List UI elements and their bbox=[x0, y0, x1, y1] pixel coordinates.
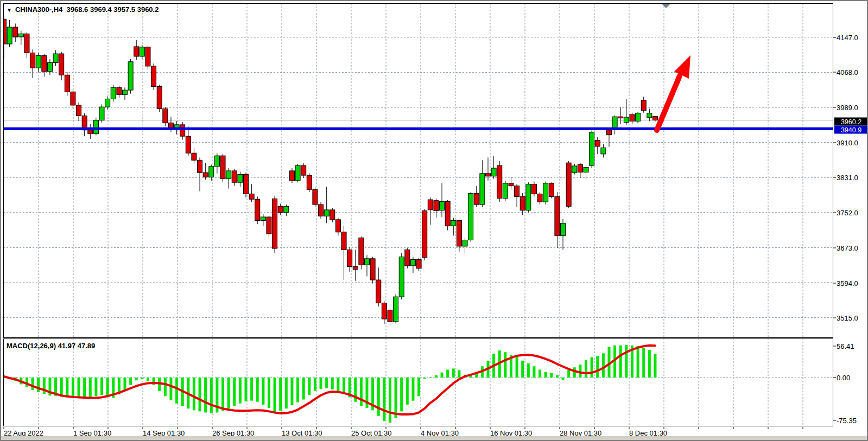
candle-body bbox=[416, 259, 421, 268]
macd-histogram-bar bbox=[210, 378, 213, 413]
candle-body bbox=[590, 132, 594, 165]
macd-histogram-bar bbox=[504, 352, 506, 378]
candle-body bbox=[636, 113, 641, 122]
macd-histogram-bar bbox=[637, 346, 639, 378]
macd-histogram-bar bbox=[429, 378, 432, 378]
candle-body bbox=[232, 171, 237, 182]
candle-body bbox=[584, 167, 588, 172]
candle-body bbox=[249, 194, 254, 199]
price-axis-label: 3831.0 bbox=[837, 174, 858, 182]
chart-title: ▼CHINA300-,H4 3968.6 3969.4 3957.5 3960.… bbox=[7, 5, 159, 14]
macd-histogram-bar bbox=[227, 378, 230, 408]
macd-histogram-bar bbox=[585, 360, 587, 378]
candle-body bbox=[151, 66, 156, 87]
candle-body bbox=[117, 87, 122, 94]
support-line-price-badge: 3940.9 bbox=[834, 126, 868, 134]
candle-body bbox=[93, 120, 98, 134]
candle-body bbox=[2, 19, 7, 44]
candle-body bbox=[434, 201, 439, 211]
macd-histogram-bar bbox=[66, 378, 68, 397]
macd-histogram-bar bbox=[320, 378, 322, 389]
macd-histogram-bar bbox=[123, 378, 126, 390]
candle-body bbox=[24, 34, 29, 53]
macd-axis-label: 56.41 bbox=[837, 342, 854, 350]
macd-histogram-bar bbox=[94, 378, 97, 396]
candle-body bbox=[474, 194, 479, 204]
macd-histogram-bar bbox=[648, 350, 651, 378]
candle-body bbox=[618, 117, 623, 118]
macd-histogram-bar bbox=[302, 378, 305, 400]
macd-histogram-bar bbox=[250, 378, 253, 401]
macd-histogram-bar bbox=[72, 378, 74, 398]
candle-body bbox=[531, 184, 536, 194]
candle-body bbox=[526, 184, 531, 210]
candle-body bbox=[451, 221, 456, 226]
macd-histogram-bar bbox=[31, 378, 34, 390]
macd-histogram-bar bbox=[314, 378, 316, 391]
macd-histogram-bar bbox=[521, 361, 524, 378]
candle-body bbox=[647, 113, 652, 118]
candle-body bbox=[491, 168, 496, 176]
macd-histogram-bar bbox=[337, 378, 339, 391]
candle-body bbox=[601, 148, 606, 154]
price-axis-label: 3989.0 bbox=[837, 104, 858, 112]
candle-body bbox=[497, 165, 502, 199]
candle-body bbox=[71, 92, 75, 105]
candle-body bbox=[520, 196, 525, 210]
candle-body bbox=[485, 174, 490, 176]
macd-histogram-bar bbox=[37, 378, 40, 392]
candle-body bbox=[77, 105, 81, 116]
symbol-dropdown-icon[interactable]: ▼ bbox=[7, 7, 12, 13]
macd-histogram-bar bbox=[417, 378, 420, 396]
macd-histogram-bar bbox=[279, 378, 282, 411]
candle-body bbox=[7, 27, 12, 44]
macd-histogram-bar bbox=[383, 378, 385, 421]
macd-histogram-bar bbox=[441, 373, 443, 378]
macd-histogram-bar bbox=[591, 357, 593, 378]
macd-histogram-bar bbox=[169, 378, 172, 400]
candle-body bbox=[566, 163, 571, 206]
window-bottom-edge bbox=[1, 436, 867, 440]
macd-histogram-bar bbox=[423, 378, 426, 379]
macd-histogram-bar bbox=[550, 373, 553, 378]
macd-histogram-bar bbox=[78, 378, 80, 398]
candle-body bbox=[641, 100, 646, 111]
candle-body bbox=[364, 259, 369, 265]
macd-histogram-bar bbox=[244, 378, 247, 401]
macd-histogram-bar bbox=[562, 378, 565, 380]
candle-body bbox=[47, 62, 52, 71]
candle-body bbox=[111, 87, 116, 99]
price-axis-label: 3752.0 bbox=[837, 209, 858, 217]
candle-body bbox=[220, 156, 225, 179]
candle-body bbox=[319, 204, 324, 216]
macd-indicator-label: MACD(12,26,9) 41.97 47.89 bbox=[7, 342, 95, 350]
macd-histogram-bar bbox=[89, 378, 92, 398]
candle-body bbox=[428, 200, 433, 210]
candle-body bbox=[457, 221, 461, 246]
macd-axis-label: 0.00 bbox=[837, 374, 850, 382]
candle-body bbox=[18, 34, 23, 37]
macd-histogram-bar bbox=[435, 375, 438, 378]
macd-histogram-bar bbox=[100, 378, 103, 395]
candle-body bbox=[128, 62, 133, 90]
candle-body bbox=[284, 206, 289, 212]
candle-body bbox=[388, 310, 392, 322]
price-axis-label: 3910.0 bbox=[837, 139, 858, 147]
macd-histogram-bar bbox=[106, 378, 109, 397]
candle-body bbox=[209, 167, 214, 177]
chart-window: ▼CHINA300-,H4 3968.6 3969.4 3957.5 3960.… bbox=[0, 0, 868, 441]
candle-body bbox=[134, 47, 139, 56]
candle-body bbox=[255, 199, 260, 220]
macd-histogram-bar bbox=[175, 378, 178, 404]
macd-histogram-bar bbox=[556, 375, 559, 378]
macd-histogram-bar bbox=[204, 378, 207, 412]
candle-body bbox=[515, 186, 519, 197]
macd-histogram-bar bbox=[602, 353, 605, 378]
candle-body bbox=[503, 183, 508, 199]
candle-body bbox=[394, 297, 398, 322]
candle-body bbox=[226, 171, 231, 179]
macd-histogram-bar bbox=[654, 354, 656, 378]
macd-histogram-bar bbox=[619, 346, 622, 378]
candle-body bbox=[289, 171, 294, 181]
candle-body bbox=[13, 27, 18, 37]
